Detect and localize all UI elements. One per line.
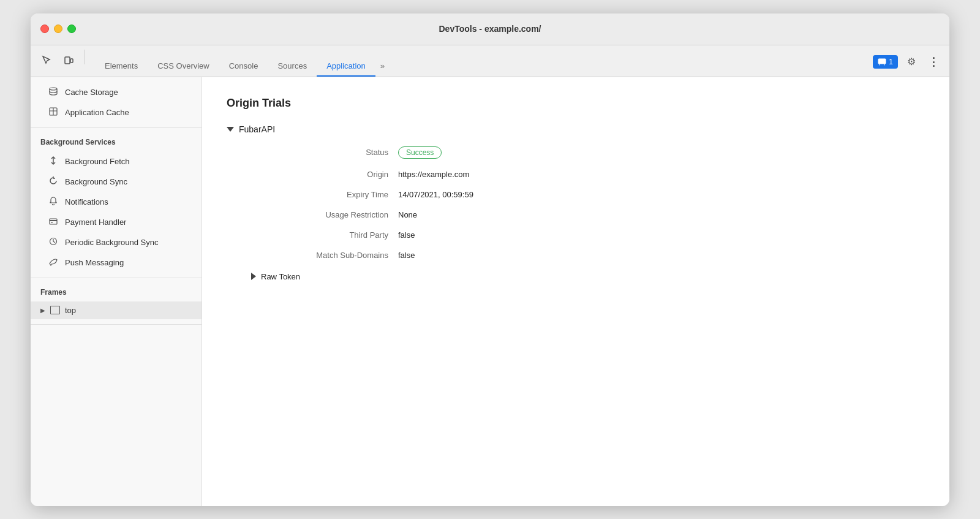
frame-icon bbox=[50, 306, 60, 314]
cache-storage-label: Cache Storage bbox=[65, 88, 118, 97]
tab-application[interactable]: Application bbox=[317, 56, 375, 77]
usage-restriction-value: None bbox=[398, 210, 925, 219]
inspect-icon[interactable] bbox=[38, 51, 55, 69]
more-options-button[interactable]: ⋮ bbox=[925, 53, 942, 70]
sidebar-item-background-sync[interactable]: Background Sync bbox=[31, 172, 202, 192]
device-icon[interactable] bbox=[60, 51, 77, 69]
background-sync-label: Background Sync bbox=[65, 177, 127, 186]
push-messaging-icon bbox=[48, 257, 59, 268]
badge-count: 1 bbox=[889, 58, 893, 66]
payment-handler-icon bbox=[48, 216, 59, 228]
svg-rect-8 bbox=[50, 219, 57, 224]
sidebar-item-top-frame[interactable]: ▶ top bbox=[31, 301, 202, 319]
page-title: Origin Trials bbox=[227, 97, 925, 110]
tab-sources[interactable]: Sources bbox=[268, 56, 317, 77]
settings-button[interactable]: ⚙ bbox=[903, 53, 920, 70]
third-party-value: false bbox=[398, 230, 925, 240]
feedback-badge-button[interactable]: 1 bbox=[873, 55, 898, 69]
sidebar: Cache Storage Application Cache Backgrou bbox=[31, 77, 202, 506]
svg-rect-0 bbox=[65, 57, 70, 64]
raw-token-label: Raw Token bbox=[261, 272, 300, 281]
raw-token-header[interactable]: Raw Token bbox=[251, 272, 925, 281]
svg-rect-1 bbox=[70, 59, 73, 63]
match-sub-domains-label: Match Sub-Domains bbox=[251, 251, 398, 260]
minimize-button[interactable] bbox=[54, 25, 62, 33]
tab-css-overview[interactable]: CSS Overview bbox=[148, 56, 219, 77]
toolbar-icons bbox=[38, 50, 88, 77]
detail-grid: Status Success Origin https://example.co… bbox=[251, 146, 925, 260]
api-section: FubarAPI Status Success Origin https://e… bbox=[227, 124, 925, 281]
main-layout: Cache Storage Application Cache Backgrou bbox=[31, 77, 949, 506]
match-sub-domains-value: false bbox=[398, 251, 925, 260]
notifications-icon bbox=[48, 196, 59, 208]
sidebar-item-application-cache[interactable]: Application Cache bbox=[31, 102, 202, 123]
tab-console[interactable]: Console bbox=[219, 56, 268, 77]
svg-line-13 bbox=[53, 241, 55, 243]
more-tabs-button[interactable]: » bbox=[375, 56, 390, 77]
devtools-window: DevTools - example.com/ Elements CSS Ove… bbox=[31, 13, 949, 506]
title-bar: DevTools - example.com/ bbox=[31, 13, 949, 45]
toolbar-divider bbox=[85, 50, 85, 64]
frames-header: Frames bbox=[31, 283, 202, 301]
background-services-header: Background Services bbox=[31, 133, 202, 151]
payment-handler-label: Payment Handler bbox=[65, 218, 126, 227]
periodic-background-sync-label: Periodic Background Sync bbox=[65, 238, 158, 247]
raw-token-section: Raw Token bbox=[251, 272, 925, 281]
push-messaging-label: Push Messaging bbox=[65, 258, 124, 267]
application-cache-icon bbox=[48, 107, 59, 118]
tab-bar: Elements CSS Overview Console Sources Ap… bbox=[31, 45, 949, 77]
svg-point-3 bbox=[50, 88, 57, 90]
sidebar-background-services-section: Background Services Background Fetch bbox=[31, 128, 202, 278]
expiry-time-value: 14/07/2021, 00:59:59 bbox=[398, 190, 925, 199]
api-header[interactable]: FubarAPI bbox=[227, 124, 925, 134]
sidebar-item-push-messaging[interactable]: Push Messaging bbox=[31, 252, 202, 273]
background-sync-icon bbox=[48, 176, 59, 188]
sidebar-item-cache-storage[interactable]: Cache Storage bbox=[31, 82, 202, 102]
frame-expand-arrow[interactable]: ▶ bbox=[40, 307, 45, 314]
window-title: DevTools - example.com/ bbox=[439, 24, 541, 34]
sidebar-item-background-fetch[interactable]: Background Fetch bbox=[31, 151, 202, 172]
close-button[interactable] bbox=[40, 25, 49, 33]
third-party-label: Third Party bbox=[251, 230, 398, 240]
sidebar-frames-section: Frames ▶ top bbox=[31, 278, 202, 325]
tab-bar-right: 1 ⚙ ⋮ bbox=[873, 53, 942, 77]
expiry-time-label: Expiry Time bbox=[251, 190, 398, 199]
maximize-button[interactable] bbox=[67, 25, 76, 33]
background-fetch-icon bbox=[48, 156, 59, 167]
application-cache-label: Application Cache bbox=[65, 108, 129, 117]
frame-top-label: top bbox=[65, 306, 76, 315]
content-area: Origin Trials FubarAPI Status Success Or… bbox=[202, 77, 949, 506]
expand-raw-token-icon bbox=[251, 273, 256, 280]
usage-restriction-label: Usage Restriction bbox=[251, 210, 398, 219]
periodic-background-sync-icon bbox=[48, 237, 59, 248]
status-label: Status bbox=[251, 146, 398, 159]
background-fetch-label: Background Fetch bbox=[65, 157, 130, 166]
status-value: Success bbox=[398, 146, 925, 159]
notifications-label: Notifications bbox=[65, 197, 108, 206]
cache-storage-icon bbox=[48, 86, 59, 98]
traffic-lights bbox=[40, 25, 76, 33]
sidebar-storage-section: Cache Storage Application Cache bbox=[31, 77, 202, 128]
sidebar-item-notifications[interactable]: Notifications bbox=[31, 192, 202, 212]
sidebar-item-payment-handler[interactable]: Payment Handler bbox=[31, 212, 202, 232]
collapse-triangle-icon bbox=[227, 127, 234, 132]
status-badge: Success bbox=[398, 146, 442, 159]
origin-value: https://example.com bbox=[398, 170, 925, 179]
sidebar-item-periodic-background-sync[interactable]: Periodic Background Sync bbox=[31, 232, 202, 252]
origin-label: Origin bbox=[251, 170, 398, 179]
api-name: FubarAPI bbox=[239, 124, 275, 134]
tab-elements[interactable]: Elements bbox=[95, 56, 148, 77]
